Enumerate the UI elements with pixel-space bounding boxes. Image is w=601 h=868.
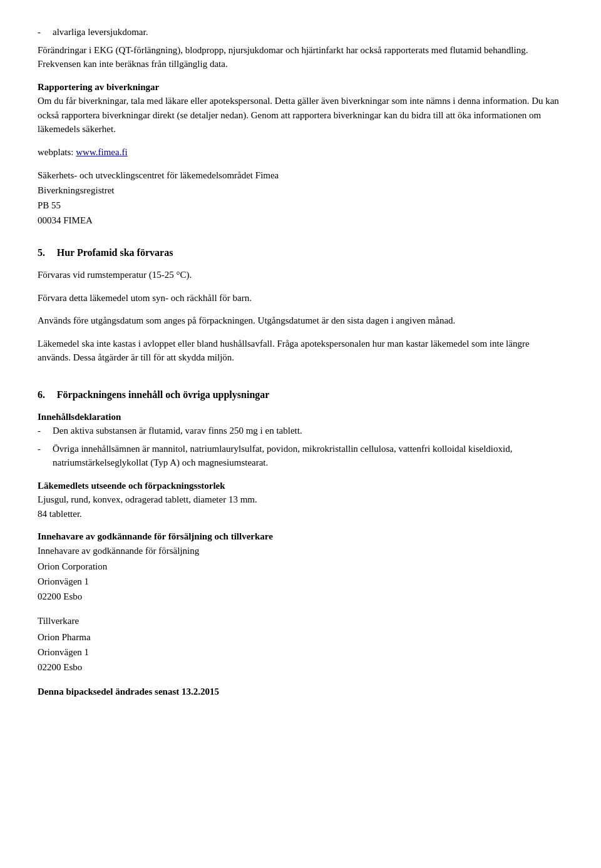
appearance-count: 84 tabletter.	[38, 507, 563, 521]
ingredient-item-1: - Den aktiva substansen är flutamid, var…	[38, 424, 563, 438]
manufacturer-section: Tillverkare Orion Pharma Orionvägen 1 02…	[38, 614, 563, 675]
website-link[interactable]: www.fimea.fi	[76, 147, 127, 157]
section5-para-2: Förvara detta läkemedel utom syn- och rä…	[38, 291, 563, 305]
manufacturer-address-line-2: Orionvägen 1	[38, 645, 563, 660]
footer-text: Denna bipacksedel ändrades senast 13.2.2…	[38, 685, 563, 699]
section6-title: Förpackningens innehåll och övriga upply…	[57, 389, 270, 400]
approval-address-line-1: Orion Corporation	[38, 559, 563, 574]
section5-para-1: Förvaras vid rumstemperatur (15-25 °C).	[38, 268, 563, 282]
fimea-address-line-3: PB 55	[38, 198, 563, 213]
appearance-section: Läkemedlets utseende och förpackningssto…	[38, 479, 563, 521]
manufacturer-address: Orion Pharma Orionvägen 1 02200 Esbo	[38, 630, 563, 675]
intro-text-1: alvarliga leversjukdomar.	[53, 25, 563, 39]
manufacturer-address-line-3: 02200 Esbo	[38, 660, 563, 675]
manufacturer-address-line-1: Orion Pharma	[38, 630, 563, 645]
ingredient-item-2: - Övriga innehållsämnen är mannitol, nat…	[38, 442, 563, 470]
section6-header: 6. Förpackningens innehåll och övriga up…	[38, 387, 563, 402]
approval-header: Innehavare av godkännande för försäljnin…	[38, 529, 563, 544]
fimea-address-line-1: Säkerhets- och utvecklingscentret för lä…	[38, 168, 563, 183]
ingredients-section: Innehållsdeklaration - Den aktiva substa…	[38, 410, 563, 470]
section5-para-3: Används före utgångsdatum som anges på f…	[38, 314, 563, 328]
list-dash-1: -	[38, 424, 53, 438]
section6-number: 6.	[38, 389, 45, 400]
approval-section: Innehavare av godkännande för försäljnin…	[38, 529, 563, 675]
approval-address-line-3: 02200 Esbo	[38, 589, 563, 604]
appearance-header: Läkemedlets utseende och förpackningssto…	[38, 479, 563, 493]
ingredients-header: Innehållsdeklaration	[38, 410, 563, 424]
reporting-text: Om du får biverkningar, tala med läkare …	[38, 94, 563, 136]
section5-para-4: Läkemedel ska inte kastas i avloppet ell…	[38, 337, 563, 365]
section5-header: 5. Hur Profamid ska förvaras	[38, 245, 563, 260]
ingredient-text-2: Övriga innehållsämnen är mannitol, natri…	[53, 442, 563, 470]
fimea-address-line-2: Biverkningsregistret	[38, 183, 563, 198]
intro-paragraph-2: Förändringar i EKG (QT-förlängning), blo…	[38, 43, 563, 71]
website-prefix: webplats:	[38, 147, 76, 157]
appearance-text: Ljusgul, rund, konvex, odragerad tablett…	[38, 493, 563, 507]
website-paragraph: webplats: www.fimea.fi	[38, 145, 563, 160]
intro-item-1: - alvarliga leversjukdomar.	[38, 25, 563, 39]
fimea-address: Säkerhets- och utvecklingscentret för lä…	[38, 168, 563, 228]
section5-title: Hur Profamid ska förvaras	[57, 247, 173, 258]
approval-address-line-2: Orionvägen 1	[38, 574, 563, 589]
manufacturer-subheader: Tillverkare	[38, 614, 563, 628]
reporting-header: Rapportering av biverkningar	[38, 80, 563, 94]
approval-subheader: Innehavare av godkännande för försäljnin…	[38, 544, 563, 558]
intro-text-2: Förändringar i EKG (QT-förlängning), blo…	[38, 45, 528, 69]
list-dash: -	[38, 25, 53, 39]
reporting-section: Rapportering av biverkningar Om du får b…	[38, 80, 563, 136]
fimea-address-line-4: 00034 FIMEA	[38, 213, 563, 228]
section5-number: 5.	[38, 247, 45, 258]
approval-address: Orion Corporation Orionvägen 1 02200 Esb…	[38, 559, 563, 604]
list-dash-2: -	[38, 442, 53, 470]
ingredient-text-1: Den aktiva substansen är flutamid, varav…	[53, 424, 563, 438]
